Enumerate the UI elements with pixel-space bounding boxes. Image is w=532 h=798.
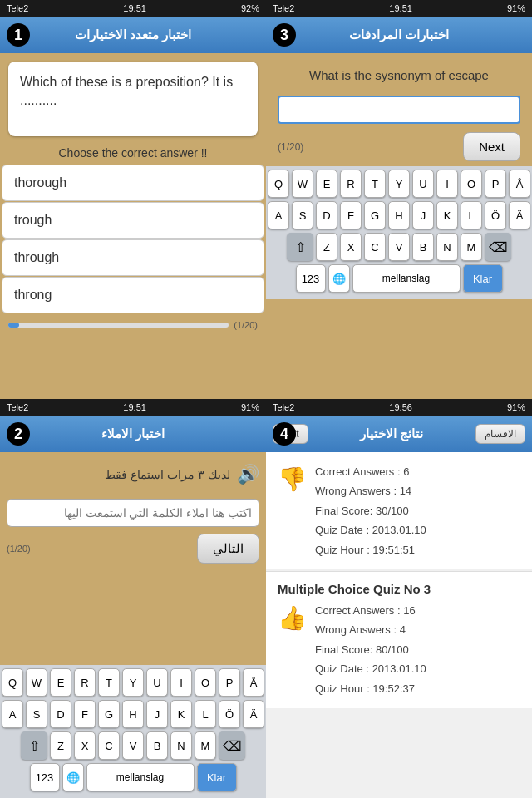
key-S-2[interactable]: S xyxy=(26,700,47,728)
key-E-3[interactable]: E xyxy=(316,170,337,198)
done-key-3[interactable]: Klar xyxy=(463,264,503,293)
key-W-3[interactable]: W xyxy=(292,170,313,198)
globe-key-2[interactable]: 🌐 xyxy=(62,763,84,791)
status-bar-3: Tele2 19:51 91% xyxy=(266,0,532,17)
progress-label-3: (1/20) xyxy=(278,141,303,153)
key-T-3[interactable]: T xyxy=(364,170,386,198)
key-I-2[interactable]: I xyxy=(170,668,192,697)
key-AE-2[interactable]: Ä xyxy=(243,700,264,728)
key-AA-2[interactable]: Å xyxy=(243,668,264,697)
question-card-1: Which of these is a preposition? It is .… xyxy=(8,62,258,136)
keyboard-row1-3: Q W E R T Y U I O P Å xyxy=(268,170,530,198)
keyboard-bottom-2: 123 🌐 mellanslag Klar xyxy=(2,763,264,791)
thumbup-icon: 👍 xyxy=(278,604,307,632)
audio-icon[interactable]: 🔊 xyxy=(237,464,259,485)
key-H-2[interactable]: H xyxy=(122,700,144,728)
spelling-input[interactable] xyxy=(7,499,259,527)
key-O-2[interactable]: O xyxy=(195,668,216,697)
key-AE-3[interactable]: Ä xyxy=(509,201,530,229)
key-OO-2[interactable]: Ö xyxy=(219,700,240,728)
key-P-3[interactable]: P xyxy=(485,170,506,198)
key-L-3[interactable]: L xyxy=(461,201,482,229)
delete-key-3[interactable]: ⌫ xyxy=(485,233,511,261)
key-G-3[interactable]: G xyxy=(364,201,386,229)
key-S-3[interactable]: S xyxy=(292,201,313,229)
wrong-answers-2: Wrong Answers : 4 xyxy=(315,620,426,639)
key-D-3[interactable]: D xyxy=(316,201,337,229)
key-C-2[interactable]: C xyxy=(98,732,120,760)
done-key-2[interactable]: Klar xyxy=(197,763,237,791)
key-Z-2[interactable]: Z xyxy=(50,732,71,760)
key-P-2[interactable]: P xyxy=(219,668,240,697)
key-E-2[interactable]: E xyxy=(50,668,71,697)
key-R-3[interactable]: R xyxy=(340,170,362,198)
key-A-2[interactable]: A xyxy=(2,700,23,728)
key-C-3[interactable]: C xyxy=(364,233,386,261)
answer-thorough[interactable]: thorough xyxy=(2,165,264,201)
key-D-2[interactable]: D xyxy=(50,700,71,728)
num-key-3[interactable]: 123 xyxy=(296,264,326,293)
key-Q-3[interactable]: Q xyxy=(268,170,289,198)
space-key-3[interactable]: mellanslag xyxy=(352,264,461,293)
quiz-date-1: Quiz Date : 2013.01.10 xyxy=(315,520,426,539)
key-V-2[interactable]: V xyxy=(122,732,144,760)
key-M-2[interactable]: M xyxy=(195,732,216,760)
carrier-1: Tele2 xyxy=(7,3,28,13)
key-Q-2[interactable]: Q xyxy=(2,668,23,697)
key-OO-3[interactable]: Ö xyxy=(485,201,506,229)
sections-button[interactable]: الاقسام xyxy=(475,424,525,444)
correct-answers-2: Correct Answers : 16 xyxy=(315,601,426,620)
shift-key-3[interactable]: ⇧ xyxy=(287,233,313,261)
key-K-2[interactable]: K xyxy=(170,700,192,728)
key-AA-3[interactable]: Å xyxy=(509,170,530,198)
answer-throng[interactable]: throng xyxy=(2,277,264,313)
key-G-2[interactable]: G xyxy=(98,700,120,728)
status-bar-4: Tele2 19:56 91% xyxy=(266,399,532,416)
battery-2: 91% xyxy=(241,402,259,412)
key-T-2[interactable]: T xyxy=(98,668,120,697)
key-B-3[interactable]: B xyxy=(412,233,434,261)
synonym-input[interactable] xyxy=(278,96,520,124)
navbar-3: 3 اختبارات المرادفات xyxy=(266,17,532,53)
key-L-2[interactable]: L xyxy=(195,700,216,728)
key-F-3[interactable]: F xyxy=(340,201,362,229)
key-A-3[interactable]: A xyxy=(268,201,289,229)
key-F-2[interactable]: F xyxy=(74,700,96,728)
next-button-ar[interactable]: التالي xyxy=(197,534,259,564)
key-J-2[interactable]: J xyxy=(146,700,168,728)
key-I-3[interactable]: I xyxy=(436,170,458,198)
status-bar-1: Tele2 19:51 92% xyxy=(0,0,266,17)
key-M-3[interactable]: M xyxy=(461,233,482,261)
key-Y-2[interactable]: Y xyxy=(122,668,144,697)
result-with-icon-1: 👎 Correct Answers : 6 Wrong Answers : 14… xyxy=(278,462,520,559)
key-R-2[interactable]: R xyxy=(74,668,96,697)
key-N-2[interactable]: N xyxy=(170,732,192,760)
title-4: نتائج الاختيار xyxy=(360,426,423,441)
globe-key-3[interactable]: 🌐 xyxy=(328,264,350,293)
answer-trough[interactable]: trough xyxy=(2,202,264,239)
key-V-3[interactable]: V xyxy=(388,233,410,261)
space-key-2[interactable]: mellanslag xyxy=(86,763,195,791)
input-row-3 xyxy=(266,91,532,129)
delete-key-2[interactable]: ⌫ xyxy=(219,732,245,760)
carrier-4: Tele2 xyxy=(273,402,294,412)
key-K-3[interactable]: K xyxy=(436,201,458,229)
key-X-3[interactable]: X xyxy=(340,233,362,261)
keyboard-row3-2: ⇧ Z X C V B N M ⌫ xyxy=(2,732,264,760)
key-W-2[interactable]: W xyxy=(26,668,47,697)
key-X-2[interactable]: X xyxy=(74,732,96,760)
correct-answers-1: Correct Answers : 6 xyxy=(315,462,426,481)
next-button-3[interactable]: Next xyxy=(463,132,520,161)
answer-through[interactable]: through xyxy=(2,239,264,276)
key-N-3[interactable]: N xyxy=(436,233,458,261)
key-U-3[interactable]: U xyxy=(412,170,434,198)
num-key-2[interactable]: 123 xyxy=(30,763,60,791)
key-J-3[interactable]: J xyxy=(412,201,434,229)
key-O-3[interactable]: O xyxy=(461,170,482,198)
key-H-3[interactable]: H xyxy=(388,201,410,229)
shift-key-2[interactable]: ⇧ xyxy=(21,732,47,760)
key-B-2[interactable]: B xyxy=(146,732,168,760)
key-U-2[interactable]: U xyxy=(146,668,168,697)
key-Y-3[interactable]: Y xyxy=(388,170,410,198)
key-Z-3[interactable]: Z xyxy=(316,233,337,261)
